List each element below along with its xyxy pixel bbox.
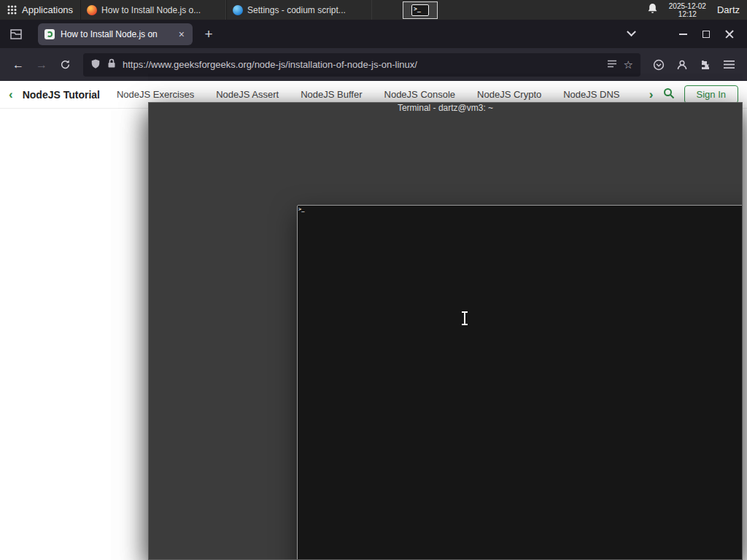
- tray-terminal-icon: [411, 4, 429, 16]
- task-window-icon: [233, 5, 243, 15]
- lock-icon[interactable]: [107, 58, 116, 71]
- site-nav-link[interactable]: NodeJS DNS: [563, 89, 619, 100]
- site-nav-brand[interactable]: NodeJS Tutorial: [23, 89, 100, 101]
- task-window-icon: [297, 205, 743, 560]
- mouse-text-cursor: [464, 312, 465, 324]
- list-all-tabs-icon[interactable]: [620, 24, 642, 44]
- window-minimize-button[interactable]: [671, 24, 694, 44]
- tray-terminal-button[interactable]: [403, 1, 438, 19]
- taskbar-window-button[interactable]: Terminal - dartz@vm3: ~: [148, 102, 743, 560]
- forward-button[interactable]: →: [31, 54, 53, 76]
- browser-tab-bar: How to Install Node.js on × +: [0, 20, 747, 48]
- applications-grid-icon: [7, 5, 17, 15]
- browser-toolbar: ← → https://www.geeksforgeeks.org/node-j…: [0, 48, 747, 81]
- bookmark-star-icon[interactable]: ☆: [624, 58, 633, 71]
- applications-label: Applications: [22, 4, 73, 15]
- url-bar[interactable]: https://www.geeksforgeeks.org/node-js/in…: [83, 53, 640, 77]
- panel-status-area: 2025-12-02 12:12 Dartz: [647, 0, 747, 20]
- notification-bell-icon[interactable]: [647, 3, 658, 18]
- user-label: Dartz: [717, 4, 740, 15]
- url-text: https://www.geeksforgeeks.org/node-js/in…: [123, 59, 600, 70]
- panel-clock[interactable]: 2025-12-02 12:12: [669, 2, 706, 18]
- site-nav-link[interactable]: NodeJS Assert: [216, 89, 279, 100]
- task-window-title: Settings - codium script...: [247, 5, 346, 15]
- task-window-title: How to Install Node.js o...: [101, 5, 201, 15]
- site-nav-link[interactable]: NodeJS Console: [384, 89, 456, 100]
- site-nav-link[interactable]: NodeJS Exercises: [117, 89, 194, 100]
- panel-tasklist: How to Install Node.js o... Settings - c…: [80, 0, 372, 20]
- site-favicon: [44, 29, 55, 39]
- menu-hamburger-icon[interactable]: [718, 54, 740, 76]
- window-close-button[interactable]: [718, 24, 741, 44]
- task-window-icon: [87, 5, 97, 15]
- tab-close-icon[interactable]: ×: [177, 29, 186, 39]
- site-nav-link[interactable]: NodeJS Crypto: [477, 89, 541, 100]
- account-icon[interactable]: [671, 54, 693, 76]
- reload-button[interactable]: [54, 54, 76, 76]
- applications-menu-button[interactable]: Applications: [0, 0, 80, 20]
- back-button[interactable]: ←: [7, 54, 29, 76]
- taskbar-window-button[interactable]: Settings - codium script...: [226, 0, 372, 20]
- browser-tab-active[interactable]: How to Install Node.js on ×: [38, 23, 193, 45]
- site-nav: NodeJS ExercisesNodeJS AssertNodeJS Buff…: [117, 89, 640, 100]
- top-panel: Applications How to Install Node.js o...…: [0, 0, 747, 20]
- pocket-icon[interactable]: [648, 54, 670, 76]
- tabbar-controls: [620, 24, 741, 44]
- site-nav-back-icon[interactable]: ‹: [9, 88, 13, 102]
- new-tab-button[interactable]: +: [198, 24, 219, 44]
- clock-date: 2025-12-02: [669, 2, 706, 10]
- sign-in-button[interactable]: Sign In: [684, 85, 738, 104]
- tab-title: How to Install Node.js on: [61, 29, 171, 39]
- firefox-view-icon[interactable]: [6, 24, 26, 44]
- clock-time: 12:12: [669, 10, 706, 18]
- taskbar-window-button[interactable]: How to Install Node.js o...: [80, 0, 226, 20]
- reader-view-icon[interactable]: [607, 59, 617, 71]
- extensions-puzzle-icon[interactable]: [694, 54, 716, 76]
- site-search-icon[interactable]: [663, 88, 675, 102]
- tracking-shield-icon[interactable]: [90, 58, 101, 71]
- task-window-title: Terminal - dartz@vm3: ~: [398, 103, 493, 113]
- window-maximize-button[interactable]: [694, 24, 718, 44]
- site-nav-forward-icon[interactable]: ›: [649, 88, 654, 102]
- site-nav-link[interactable]: NodeJS Buffer: [301, 89, 362, 100]
